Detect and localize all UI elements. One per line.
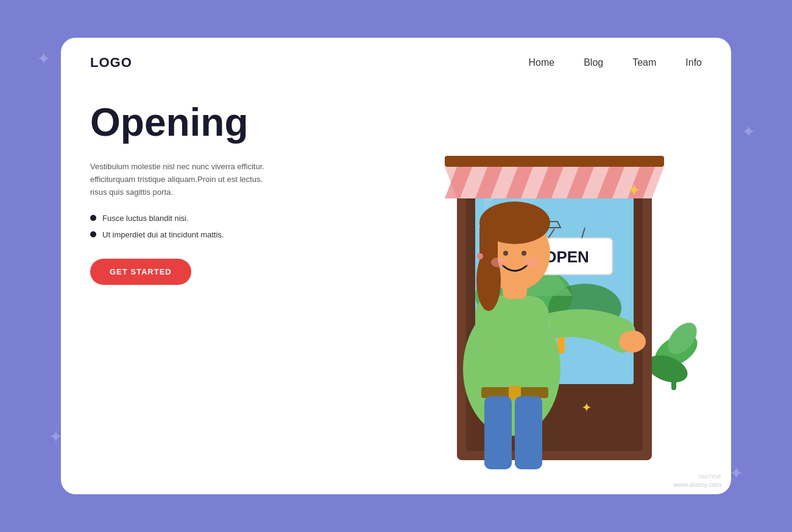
left-content: Opening Vestibulum molestie nisl nec nun…: [61, 83, 341, 491]
svg-text:✦: ✦: [582, 402, 591, 414]
watermark: www.alamy.com: [673, 481, 721, 488]
nav-blog[interactable]: Blog: [584, 57, 603, 68]
logo: LOGO: [90, 55, 132, 71]
bullet-dot-1: [90, 215, 96, 221]
bullet-item-1: Fusce luctus blandit nisi.: [90, 214, 312, 223]
main-content: Opening Vestibulum molestie nisl nec nun…: [61, 83, 731, 491]
bg-sparkle-4: ✦: [729, 463, 743, 483]
svg-point-43: [524, 257, 539, 267]
hero-title: Opening: [90, 101, 312, 144]
cta-button[interactable]: GET STARTED: [90, 259, 191, 285]
svg-point-45: [619, 331, 646, 352]
svg-rect-3: [671, 366, 676, 390]
watermark-id: 2X6TX5E: [698, 474, 721, 480]
svg-rect-33: [484, 396, 512, 469]
svg-text:✦: ✦: [628, 182, 640, 198]
nav-home[interactable]: Home: [528, 57, 554, 68]
svg-point-40: [503, 251, 508, 256]
bg-sparkle-2: ✦: [741, 122, 755, 142]
hero-description: Vestibulum molestie nisl nec nunc viverr…: [90, 161, 273, 198]
nav-info[interactable]: Info: [685, 57, 702, 68]
bg-sparkle-1: ✦: [37, 49, 51, 69]
store-illustration: OPEN: [329, 89, 707, 494]
svg-text:OPEN: OPEN: [544, 248, 589, 266]
navbar: LOGO Home Blog Team Info: [61, 38, 731, 83]
svg-point-41: [522, 251, 526, 256]
bullet-dot-2: [90, 231, 96, 237]
main-card: LOGO Home Blog Team Info Opening Vestibu…: [61, 38, 731, 494]
svg-point-42: [491, 257, 506, 267]
svg-rect-15: [445, 156, 664, 167]
nav-links: Home Blog Team Info: [528, 57, 702, 68]
svg-point-44: [477, 253, 483, 259]
bullet-list: Fusce luctus blandit nisi. Ut imperdiet …: [90, 214, 312, 239]
nav-team[interactable]: Team: [632, 57, 656, 68]
store-scene: OPEN: [329, 89, 707, 494]
bullet-item-2: Ut imperdiet dui at tincidunt mattis.: [90, 230, 312, 239]
svg-rect-34: [515, 396, 542, 469]
